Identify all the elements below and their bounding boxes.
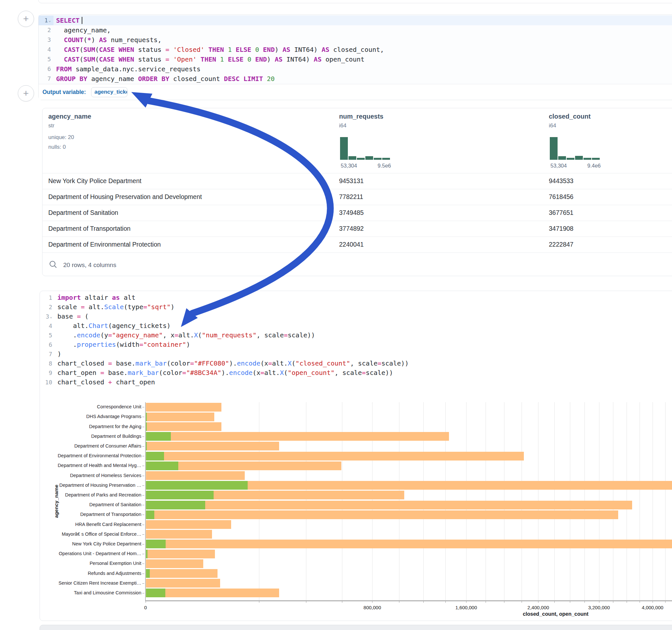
code-token: ) [267,55,274,63]
y-axis-tick [142,515,144,515]
column-stat: nulls: 0 [48,144,66,150]
histogram-min-label: 53,304 [550,163,567,169]
code-token: SUM [83,46,95,53]
bar-open-count [146,422,147,431]
row-separator [43,252,672,253]
x-axis-tick [504,601,504,603]
x-axis-line [145,601,672,601]
column-type: i64 [549,122,556,129]
code-line[interactable]: 6FROM sample_data.nyc.service_requests [39,64,672,74]
code-token: agency_name, [56,26,111,34]
y-axis-category-label: Department of Transportation [40,512,141,517]
column-header[interactable]: agency_name [48,113,91,120]
code-token: status [134,46,165,53]
y-axis-tick [142,544,144,544]
code-token [224,55,228,63]
code-token: open_count [321,55,364,63]
table-cell: 7782211 [339,189,363,205]
column-stat: unique: 20 [48,134,74,141]
fold-chevron-icon[interactable]: ⌄ [49,18,51,23]
code-token: ELSE [236,46,251,53]
code-token: AS [321,46,329,53]
code-token: status [134,55,165,63]
table-row[interactable]: Department of Sanitation37494853677651 [43,205,672,221]
bar-closed-count [146,588,279,597]
code-line[interactable]: 7GROUP BY agency_name ORDER BY closed_co… [39,74,672,83]
x-axis-tick [446,601,446,603]
x-axis-tick [665,601,666,603]
output-variable-pill[interactable]: agency_tickets [91,87,127,97]
code-token: BY [79,75,87,83]
y-axis-category-label: Department of Housing Preservation … [40,483,141,488]
code-token: 20 [267,75,274,83]
line-number: 4 [39,45,53,54]
code-line[interactable]: 2 agency_name, [39,25,672,35]
bar-closed-count [146,501,632,509]
x-axis-tick [372,601,373,603]
table-row-count: 20 rows, 4 columns [63,262,116,269]
code-token: closed_count [169,75,224,83]
code-token: ( [95,55,99,63]
bar-closed-count [146,422,221,431]
table-row[interactable]: New York City Police Department945313194… [43,173,672,189]
sql-code-editor[interactable]: 1⌄SELECT2 agency_name,3 COUNT(*) AS num_… [39,15,672,83]
code-token: LIMIT [243,75,263,83]
x-axis-tick [306,601,306,603]
table-cell: 9453131 [339,173,364,189]
code-token: 'Closed' [173,46,204,53]
code-line[interactable]: 1⌄SELECT [39,16,672,25]
add-cell-button-output[interactable]: + [18,85,34,101]
histogram-bar [365,156,373,160]
code-token: 0 [255,46,259,53]
code-token: INT64) [290,46,321,53]
bar-closed-count [146,452,524,461]
output-variable-value: agency_tickets [94,89,127,95]
y-axis-tick [142,534,144,535]
gridline [640,402,640,601]
code-token: SELECT [56,17,79,24]
table-row[interactable]: Department of Environmental Protection22… [43,237,672,252]
code-line[interactable]: 4 CAST(SUM(CASE WHEN status = 'Closed' T… [39,45,672,54]
y-axis-tick [142,554,144,554]
y-axis-tick [142,456,144,456]
code-token: END [255,55,267,63]
table-cell: Department of Environmental Protection [48,237,161,252]
code-line[interactable]: 5 CAST(SUM(CASE WHEN status = 'Open' THE… [39,54,672,64]
column-header[interactable]: num_requests [339,113,383,120]
y-axis-tick [142,593,144,593]
y-axis-category-label: Department of Environmental Protection [40,453,141,458]
x-axis-tick-label: 2,400,000 [527,605,549,610]
code-token [158,75,162,83]
y-axis-tick [142,583,144,584]
bar-open-count [146,461,178,470]
bar-closed-count [146,569,217,578]
code-token [263,75,267,83]
y-axis-line [145,402,146,601]
table-row[interactable]: Department of Transportation377489234719… [43,221,672,237]
output-variable-label: Output variable: [43,89,86,96]
x-axis-tick [570,601,570,603]
histogram-bar [340,137,348,160]
table-cell: 2240041 [339,237,364,252]
bar-closed-count [146,550,215,558]
histogram-bar [567,158,574,160]
y-axis-category-label: Department of Parks and Recreation [40,492,141,498]
table-cell: 2222847 [549,237,573,252]
bar-open-count [146,491,214,500]
y-axis-category-label: Department for the Aging [40,424,141,429]
code-line[interactable]: 3 COUNT(*) AS num_requests, [39,35,672,45]
code-token: CAST [64,46,79,53]
x-axis-tick [466,601,466,603]
altair-chart: closed_count, open_count agency_name Cor… [40,291,672,621]
column-header[interactable]: closed_count [549,113,591,120]
search-icon[interactable] [49,260,57,269]
x-axis-tick [146,601,146,603]
code-token [197,55,201,63]
table-row[interactable]: Department of Housing Preservation and D… [43,189,672,205]
y-axis-category-label: Department of Sanitation [40,502,141,507]
table-cell: 3749485 [339,205,364,221]
bar-open-count [146,432,171,441]
line-number: 2 [39,25,53,35]
add-cell-button-top[interactable]: + [18,11,34,27]
bar-open-count [146,452,164,461]
